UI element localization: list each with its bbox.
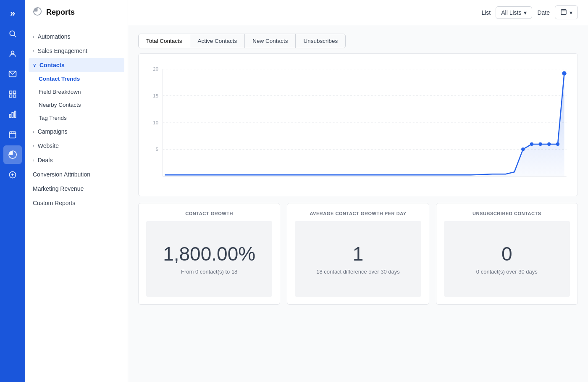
sidebar-item-sales-engagement[interactable]: › Sales Engagement <box>25 44 128 58</box>
sidebar-nav: › Automations › Sales Engagement ∨ Conta… <box>25 25 128 214</box>
date-picker-dropdown[interactable]: ▾ <box>555 5 578 19</box>
sidebar: Reports › Automations › Sales Engagement… <box>25 0 128 382</box>
svg-point-36 <box>556 142 559 146</box>
svg-point-0 <box>10 31 15 36</box>
svg-rect-4 <box>10 91 12 94</box>
sidebar-item-contact-trends[interactable]: Contact Trends <box>25 72 128 85</box>
sidebar-campaigns-label: Campaigns <box>38 128 68 135</box>
nearby-contacts-label: Nearby Contacts <box>39 102 81 108</box>
stat-value-1: 1,800.00% <box>163 244 255 263</box>
sidebar-sales-engagement-label: Sales Engagement <box>38 47 87 54</box>
sidebar-title: Reports <box>46 8 75 17</box>
chevron-right-icon: › <box>33 158 34 163</box>
contact-trends-label: Contact Trends <box>39 76 80 82</box>
stat-value-2: 1 <box>353 244 364 263</box>
custom-reports-label: Custom Reports <box>33 200 75 206</box>
tab-total-contacts[interactable]: Total Contacts <box>139 34 190 48</box>
svg-rect-5 <box>13 91 16 94</box>
date-chevron-icon: ▾ <box>570 9 572 16</box>
sidebar-item-deals[interactable]: › Deals <box>25 153 128 167</box>
stat-card-inner-2: 1 18 contact difference over 30 days <box>295 221 421 297</box>
date-label: Date <box>537 9 550 16</box>
marketing-revenue-label: Marketing Revenue <box>33 185 84 192</box>
svg-point-33 <box>530 142 533 146</box>
sidebar-item-conversion-attribution[interactable]: Conversion Attribution <box>25 167 128 182</box>
svg-text:20: 20 <box>153 67 158 72</box>
tab-active-contacts[interactable]: Active Contacts <box>190 34 245 48</box>
calendar-icon <box>560 8 567 16</box>
tag-trends-label: Tag Trends <box>39 115 67 121</box>
stat-desc-3: 0 contact(s) over 30 days <box>476 268 538 276</box>
stat-card-unsubscribed: UNSUBSCRIBED CONTACTS 0 0 contact(s) ove… <box>436 203 578 305</box>
search-icon[interactable] <box>3 24 22 43</box>
svg-rect-18 <box>561 10 566 15</box>
sidebar-item-marketing-revenue[interactable]: Marketing Revenue <box>25 182 128 196</box>
svg-point-2 <box>11 51 14 54</box>
chart-container: 20 15 10 5 <box>138 53 578 196</box>
reports-header-icon <box>33 7 42 18</box>
sidebar-deals-label: Deals <box>38 157 53 163</box>
sidebar-item-nearby-contacts[interactable]: Nearby Contacts <box>25 98 128 111</box>
chevron-right-icon: › <box>33 34 34 39</box>
chevron-right-icon: › <box>33 48 34 53</box>
svg-point-34 <box>539 142 542 146</box>
stat-card-contact-growth: CONTACT GROWTH 1,800.00% From 0 contact(… <box>138 203 280 305</box>
user-icon[interactable] <box>3 45 22 63</box>
chevron-right-icon: › <box>33 129 34 134</box>
stat-card-title-2: AVERAGE CONTACT GROWTH PER DAY <box>295 211 421 216</box>
icon-rail: » <box>0 0 25 382</box>
all-lists-dropdown[interactable]: All Lists ▾ <box>496 6 532 19</box>
svg-rect-10 <box>14 111 16 118</box>
svg-point-32 <box>521 148 525 151</box>
chevron-right-icon: › <box>33 143 34 148</box>
sidebar-automations-label: Automations <box>38 33 71 40</box>
contact-tabs: Total Contacts Active Contacts New Conta… <box>138 34 346 48</box>
calendar-grid-icon[interactable] <box>3 125 22 144</box>
svg-text:10: 10 <box>153 120 158 125</box>
chart-bar-icon[interactable] <box>3 105 22 124</box>
stat-card-inner-1: 1,800.00% From 0 contact(s) to 18 <box>146 221 272 297</box>
stat-card-title-1: CONTACT GROWTH <box>146 211 272 216</box>
sidebar-item-field-breakdown[interactable]: Field Breakdown <box>25 85 128 98</box>
sidebar-item-custom-reports[interactable]: Custom Reports <box>25 196 128 210</box>
tab-unsubscribes[interactable]: Unsubscribes <box>296 34 345 48</box>
svg-point-35 <box>547 142 551 146</box>
sidebar-website-label: Website <box>38 142 59 149</box>
tab-new-contacts[interactable]: New Contacts <box>245 34 296 48</box>
circle-plus-icon[interactable] <box>3 166 22 184</box>
stat-cards: CONTACT GROWTH 1,800.00% From 0 contact(… <box>138 203 578 305</box>
svg-rect-9 <box>12 113 13 118</box>
sidebar-item-tag-trends[interactable]: Tag Trends <box>25 111 128 124</box>
stat-card-title-3: UNSUBSCRIBED CONTACTS <box>444 211 570 216</box>
svg-text:5: 5 <box>156 147 158 152</box>
email-icon[interactable] <box>3 65 22 83</box>
all-lists-value: All Lists <box>501 9 521 16</box>
sidebar-header: Reports <box>25 0 128 25</box>
contact-trends-chart: 20 15 10 5 <box>145 61 571 189</box>
sidebar-item-automations[interactable]: › Automations <box>25 29 128 44</box>
sidebar-contacts-label: Contacts <box>39 62 65 68</box>
list-label: List <box>481 9 491 16</box>
grid-icon[interactable] <box>3 85 22 103</box>
stat-desc-1: From 0 contact(s) to 18 <box>181 268 237 276</box>
sidebar-item-website[interactable]: › Website <box>25 139 128 153</box>
field-breakdown-label: Field Breakdown <box>39 89 81 95</box>
svg-text:15: 15 <box>153 93 158 98</box>
stat-value-3: 0 <box>501 244 512 263</box>
chevron-down-icon: ▾ <box>524 9 527 16</box>
reports-icon[interactable] <box>3 145 22 164</box>
expand-icon[interactable]: » <box>3 4 22 23</box>
chevron-down-icon: ∨ <box>33 63 36 68</box>
svg-rect-6 <box>10 95 12 97</box>
content-area: Total Contacts Active Contacts New Conta… <box>128 25 588 382</box>
topbar: List All Lists ▾ Date ▾ <box>128 0 588 25</box>
sidebar-item-contacts[interactable]: ∨ Contacts <box>29 58 124 72</box>
svg-rect-11 <box>10 132 16 138</box>
stat-card-inner-3: 0 0 contact(s) over 30 days <box>444 221 570 297</box>
sidebar-item-campaigns[interactable]: › Campaigns <box>25 124 128 139</box>
main-area: List All Lists ▾ Date ▾ Total Contacts A… <box>128 0 588 382</box>
svg-rect-7 <box>13 95 16 97</box>
conversion-attribution-label: Conversion Attribution <box>33 171 90 178</box>
svg-rect-8 <box>10 114 11 118</box>
stat-card-avg-growth: AVERAGE CONTACT GROWTH PER DAY 1 18 cont… <box>287 203 429 305</box>
